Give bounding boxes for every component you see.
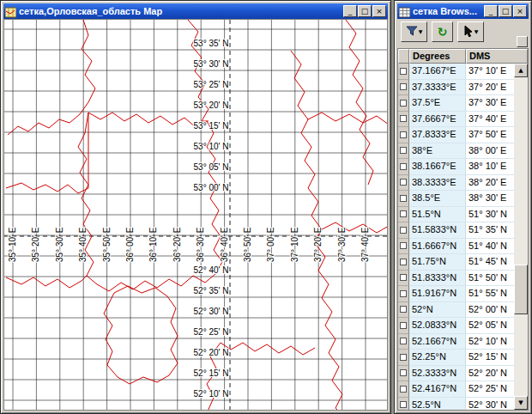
table-row[interactable]: 51.6667°N51° 40' N [398, 239, 514, 255]
degrees-cell[interactable]: 38.5°E [409, 191, 466, 207]
row-select-checkbox[interactable] [400, 115, 407, 122]
row-select-box[interactable] [398, 334, 409, 350]
row-select-box[interactable] [398, 80, 409, 96]
row-select-checkbox[interactable] [400, 163, 407, 170]
dms-cell[interactable]: 38° 20' E [466, 175, 514, 192]
close-button[interactable]: × [372, 5, 386, 17]
pick-tool-button[interactable]: ▼ [457, 21, 484, 42]
row-select-box[interactable] [398, 222, 409, 239]
row-select-box[interactable] [398, 318, 409, 334]
table-row[interactable]: 38.3333°E38° 20' E [398, 175, 514, 192]
row-select-box[interactable] [398, 350, 409, 366]
row-select-checkbox[interactable] [400, 386, 407, 393]
minimize-button[interactable]: _ [484, 5, 498, 17]
dms-cell[interactable]: 52° 10' N [466, 334, 514, 350]
maximize-button[interactable]: □ [358, 5, 372, 17]
table-row[interactable]: 51.8333°N51° 50' N [398, 271, 514, 287]
row-select-box[interactable] [398, 112, 409, 128]
row-select-checkbox[interactable] [400, 290, 407, 297]
row-select-checkbox[interactable] [400, 401, 407, 408]
row-select-checkbox[interactable] [400, 131, 407, 138]
degrees-cell[interactable]: 38°E [409, 143, 466, 160]
table-row[interactable]: 52.1667°N52° 10' N [398, 334, 514, 350]
row-select-checkbox[interactable] [400, 242, 407, 249]
row-select-box[interactable] [398, 64, 409, 80]
row-select-box[interactable] [398, 127, 409, 143]
row-select-box[interactable] [398, 254, 409, 271]
table-row[interactable]: 51.5833°N51° 35' N [398, 222, 514, 239]
degrees-cell[interactable]: 51.75°N [409, 254, 466, 271]
degrees-cell[interactable]: 52.5°N [409, 398, 466, 411]
dms-cell[interactable]: 37° 50' E [466, 127, 514, 143]
table-row[interactable]: 51.9167°N51° 55' N [398, 286, 514, 302]
dms-cell[interactable]: 51° 45' N [466, 254, 514, 271]
row-select-checkbox[interactable] [400, 227, 407, 234]
table-row[interactable]: 51.75°N51° 45' N [398, 254, 514, 271]
table-row[interactable]: 51.5°N51° 30' N [398, 207, 514, 223]
dms-cell[interactable]: 38° 10' E [466, 159, 514, 175]
row-select-checkbox[interactable] [400, 83, 407, 90]
degrees-cell[interactable]: 51.8333°N [409, 271, 466, 287]
degrees-cell[interactable]: 51.9167°N [409, 286, 466, 302]
table-row[interactable]: 52.4167°N52° 25' N [398, 381, 514, 398]
scrollbar-thumb[interactable] [514, 265, 528, 314]
scroll-down-button[interactable]: ▼ [514, 396, 528, 410]
row-select-checkbox[interactable] [400, 369, 407, 376]
degrees-cell[interactable]: 51.5833°N [409, 222, 466, 239]
dms-cell[interactable]: 38° 30' E [466, 191, 514, 207]
degrees-cell[interactable]: 37.1667°E [409, 64, 466, 80]
row-select-box[interactable] [398, 175, 409, 192]
row-select-checkbox[interactable] [400, 68, 407, 75]
scroll-up-button[interactable]: ▲ [514, 64, 528, 77]
row-select-box[interactable] [398, 207, 409, 223]
degrees-cell[interactable]: 52.3333°N [409, 366, 466, 382]
row-select-box[interactable] [398, 95, 409, 112]
row-select-checkbox[interactable] [400, 179, 407, 186]
degrees-column-header[interactable]: Degrees [409, 49, 466, 64]
dms-cell[interactable]: 52° 00' N [466, 302, 514, 319]
degrees-cell[interactable]: 37.8333°E [409, 127, 466, 143]
dms-cell[interactable]: 37° 20' E [466, 80, 514, 96]
dms-cell[interactable]: 51° 35' N [466, 222, 514, 239]
row-select-checkbox[interactable] [400, 274, 407, 281]
query-filter-button[interactable]: ▼ [401, 21, 427, 42]
degrees-cell[interactable]: 52°N [409, 302, 466, 319]
table-row[interactable]: 37.6667°E37° 40' E [398, 112, 514, 128]
degrees-cell[interactable]: 38.3333°E [409, 175, 466, 192]
dms-cell[interactable]: 51° 40' N [466, 239, 514, 255]
dms-cell[interactable]: 38° 00' E [466, 143, 514, 160]
degrees-cell[interactable]: 37.6667°E [409, 112, 466, 128]
row-select-box[interactable] [398, 366, 409, 382]
dms-cell[interactable]: 52° 30' N [466, 398, 514, 411]
degrees-cell[interactable]: 51.6667°N [409, 239, 466, 255]
dms-cell[interactable]: 52° 25' N [466, 381, 514, 398]
close-button[interactable]: × [513, 5, 527, 17]
table-row[interactable]: 37.1667°E37° 10' E [398, 64, 514, 80]
table-row[interactable]: 52.3333°N52° 20' N [398, 366, 514, 382]
refresh-button[interactable]: ↻ [432, 21, 453, 42]
table-row[interactable]: 52.5°N52° 30' N [398, 398, 514, 411]
minimize-button[interactable]: _ [343, 5, 357, 17]
dms-cell[interactable]: 52° 20' N [466, 366, 514, 382]
degrees-cell[interactable]: 37.3333°E [409, 80, 466, 96]
maximize-button[interactable]: □ [499, 5, 512, 17]
degrees-cell[interactable]: 51.5°N [409, 207, 466, 223]
dms-cell[interactable]: 37° 30' E [466, 95, 514, 112]
row-select-checkbox[interactable] [400, 338, 407, 344]
row-select-checkbox[interactable] [400, 100, 407, 107]
select-column-header[interactable] [398, 49, 409, 64]
dms-cell[interactable]: 37° 10' E [466, 64, 514, 80]
degrees-cell[interactable]: 52.0833°N [409, 318, 466, 334]
dms-column-header[interactable]: DMS [466, 49, 528, 64]
row-select-checkbox[interactable] [400, 306, 407, 313]
vertical-scrollbar[interactable]: ▲ ▼ [514, 64, 528, 410]
table-row[interactable]: 52°N52° 00' N [398, 302, 514, 319]
degrees-cell[interactable]: 38.1667°E [409, 159, 466, 175]
browser-window-titlebar[interactable]: сетка Brows... _ □ × [397, 3, 529, 19]
row-select-box[interactable] [398, 239, 409, 255]
row-select-checkbox[interactable] [400, 322, 407, 329]
row-select-box[interactable] [398, 398, 409, 411]
dms-cell[interactable]: 37° 40' E [466, 112, 514, 128]
row-select-checkbox[interactable] [400, 147, 407, 154]
toolbar-overflow-button[interactable] [517, 36, 528, 47]
